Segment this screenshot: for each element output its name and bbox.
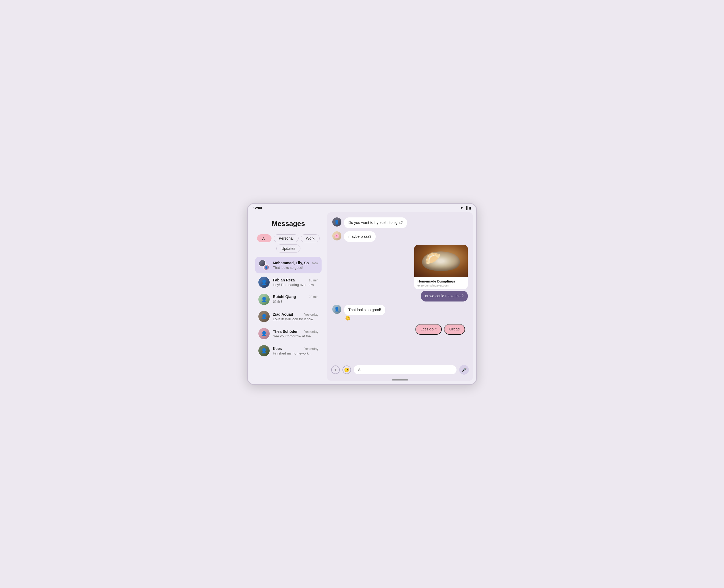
- avatar-fabian: 👤: [258, 277, 270, 288]
- conv-preview-kees: Finished my homework...: [273, 351, 318, 355]
- conv-item-fabian[interactable]: 👤 Fabian Reza 10 min Hey! I'm heading ov…: [255, 274, 322, 291]
- conv-item-thea[interactable]: 👤 Thea Schöder Yesterday See you tomorro…: [255, 325, 322, 342]
- filter-all[interactable]: All: [257, 234, 272, 242]
- status-bar: 12:00 ▼ ▐ ▮: [248, 204, 476, 211]
- bubble-sushi: Do you want to try sushi tonight?: [344, 217, 407, 228]
- conv-header-ziad: Ziad Aouad Yesterday: [273, 312, 318, 316]
- status-icons: ▼ ▐ ▮: [460, 206, 471, 210]
- avatar-ruichi: 👤: [258, 294, 270, 305]
- bubble-looks-good: That looks so good!: [344, 305, 385, 315]
- conv-content-mohammad: Mohammad, Lily, So Now That looks so goo…: [273, 261, 318, 270]
- conv-time-ziad: Yesterday: [304, 313, 318, 316]
- filter-work[interactable]: Work: [301, 234, 319, 242]
- wifi-icon: ▼: [460, 206, 464, 210]
- bubble-pizza: maybe pizza?: [344, 231, 376, 242]
- suggestions-row: Let's do it Great!: [332, 324, 468, 335]
- conv-content-kees: Kees Yesterday Finished my homework...: [273, 346, 318, 355]
- home-indicator: [392, 379, 408, 380]
- emoji-button[interactable]: 🙂: [342, 365, 351, 374]
- conv-item-ziad[interactable]: 👤 Ziad Aouad Yesterday Love it! Will loo…: [255, 308, 322, 325]
- msg-avatar-mohammad: 👤: [332, 217, 341, 227]
- conv-header-ruichi: Ruichi Qiang 20 min: [273, 295, 318, 299]
- chat-area: 👤 Do you want to try sushi tonight? 🌸 ma…: [327, 212, 473, 381]
- msg-avatar-lily: 🌸: [332, 231, 341, 240]
- emoji-reaction: 😊: [345, 316, 385, 321]
- conv-name-kees: Kees: [273, 346, 282, 351]
- conv-name-fabian: Fabian Reza: [273, 278, 295, 282]
- add-attachment-button[interactable]: ＋: [331, 365, 340, 374]
- avatar-ziad: 👤: [258, 311, 270, 322]
- conversations-list: 👤 Mohammad, Lily, So Now That looks so g…: [255, 257, 322, 359]
- link-card-url: everydumplingever.com: [418, 284, 465, 287]
- app-body: Messages All Personal Work Updates 👤 Moh…: [251, 212, 473, 381]
- conv-content-ruichi: Ruichi Qiang 20 min 加油！: [273, 295, 318, 304]
- conv-content-fabian: Fabian Reza 10 min Hey! I'm heading over…: [273, 278, 318, 287]
- conv-time-kees: Yesterday: [304, 347, 318, 351]
- conv-header-mohammad: Mohammad, Lily, So Now: [273, 261, 318, 265]
- link-card-dumplings: Homemade Dumplings everydumplingever.com: [414, 245, 468, 289]
- device-frame: 12:00 ▼ ▐ ▮ Messages All Personal Work U…: [247, 203, 477, 385]
- bubble-make-this: or we could make this?: [421, 291, 468, 301]
- signal-icon: ▐: [465, 206, 468, 210]
- avatar-thea: 👤: [258, 328, 270, 339]
- dumpling-scene: [414, 245, 468, 277]
- dumpling-image: [414, 245, 468, 277]
- avatar-mohammad: 👤: [258, 259, 270, 271]
- chat-input-bar: ＋ 🙂 🎤: [327, 362, 473, 378]
- conv-preview-fabian: Hey! I'm heading over now: [273, 283, 318, 287]
- message-4: 👤 That looks so good! 😊: [332, 305, 468, 321]
- conv-item-mohammad[interactable]: 👤 Mohammad, Lily, So Now That looks so g…: [255, 257, 322, 273]
- status-time: 12:00: [253, 206, 262, 210]
- conv-name-thea: Thea Schöder: [273, 329, 298, 334]
- conv-header-fabian: Fabian Reza 10 min: [273, 278, 318, 282]
- conv-time-thea: Yesterday: [304, 330, 318, 334]
- message-1: 👤 Do you want to try sushi tonight?: [332, 217, 468, 228]
- message-2: 🌸 maybe pizza?: [332, 231, 468, 242]
- avatar-kees: 👤: [258, 345, 270, 356]
- conv-item-kees[interactable]: 👤 Kees Yesterday Finished my homework...: [255, 342, 322, 359]
- conv-item-ruichi[interactable]: 👤 Ruichi Qiang 20 min 加油！: [255, 291, 322, 308]
- link-card-info: Homemade Dumplings everydumplingever.com: [414, 277, 468, 289]
- conv-name-ziad: Ziad Aouad: [273, 312, 293, 316]
- conv-content-thea: Thea Schöder Yesterday See you tomorrow …: [273, 329, 318, 338]
- battery-icon: ▮: [469, 206, 471, 210]
- filter-updates[interactable]: Updates: [276, 245, 300, 252]
- conv-content-ziad: Ziad Aouad Yesterday Love it! Will look …: [273, 312, 318, 321]
- msg-avatar-so: 👤: [332, 305, 341, 314]
- conv-header-thea: Thea Schöder Yesterday: [273, 329, 318, 334]
- conv-name-mohammad: Mohammad, Lily, So: [273, 261, 309, 265]
- link-card-title: Homemade Dumplings: [418, 279, 465, 283]
- conv-preview-thea: See you tomorrow at the...: [273, 334, 318, 338]
- messages-title: Messages: [255, 217, 322, 230]
- suggestion-great[interactable]: Great!: [444, 324, 465, 335]
- conv-preview-mohammad: That looks so good!: [273, 266, 318, 270]
- conv-preview-ziad: Love it! Will look for it now: [273, 317, 318, 321]
- conv-name-ruichi: Ruichi Qiang: [273, 295, 296, 299]
- conv-time-fabian: 10 min: [309, 278, 318, 282]
- sidebar: Messages All Personal Work Updates 👤 Moh…: [251, 212, 326, 381]
- conv-time-mohammad: Now: [312, 261, 318, 265]
- chat-messages: 👤 Do you want to try sushi tonight? 🌸 ma…: [327, 212, 473, 362]
- message-input[interactable]: [354, 365, 456, 374]
- filter-chips: All Personal Work Updates: [255, 234, 322, 252]
- conv-time-ruichi: 20 min: [309, 295, 318, 299]
- suggestion-lets-do-it[interactable]: Let's do it: [415, 324, 442, 335]
- mic-button[interactable]: 🎤: [459, 365, 469, 375]
- filter-personal[interactable]: Personal: [274, 234, 299, 242]
- conv-preview-ruichi: 加油！: [273, 299, 318, 304]
- message-3: Homemade Dumplings everydumplingever.com…: [332, 245, 468, 301]
- conv-header-kees: Kees Yesterday: [273, 346, 318, 351]
